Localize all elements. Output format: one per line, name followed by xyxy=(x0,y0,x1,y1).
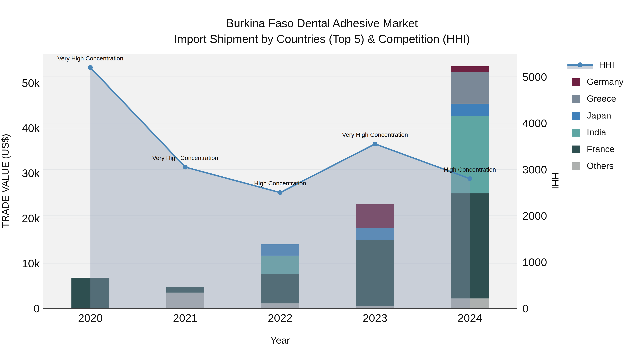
bar-segment-greece-2024[interactable] xyxy=(451,72,489,104)
right-y-axis-title: HHI xyxy=(550,173,561,189)
right-tick-1000: 1000 xyxy=(522,256,547,268)
x-axis-title: Year xyxy=(270,335,290,346)
legend-label-france: France xyxy=(587,144,615,154)
annotation-2020: Very High Concentration xyxy=(58,55,124,62)
left-tick-30k: 30k xyxy=(22,167,40,179)
hhi-marker-2023[interactable] xyxy=(373,142,377,146)
bar-segment-germany-2024[interactable] xyxy=(451,66,489,72)
hhi-marker-2024[interactable] xyxy=(468,176,472,181)
left-tick-20k: 20k xyxy=(22,212,40,225)
chart-canvas: 010k20k30k40k50k010002000300040005000202… xyxy=(0,0,644,362)
right-tick-3000: 3000 xyxy=(522,163,547,176)
legend: HHIGermanyGreeceJapanIndiaFranceOthers xyxy=(568,60,624,171)
annotation-2021: Very High Concentration xyxy=(152,154,218,161)
hhi-marker-2020[interactable] xyxy=(88,65,93,70)
legend-label-greece: Greece xyxy=(587,94,616,104)
legend-label-others: Others xyxy=(587,161,614,171)
left-tick-40k: 40k xyxy=(22,122,40,134)
right-tick-0: 0 xyxy=(522,302,528,315)
legend-hhi-marker-sample xyxy=(578,62,583,67)
annotation-2023: Very High Concentration xyxy=(342,131,408,138)
left-tick-0: 0 xyxy=(34,302,40,315)
legend-item-germany[interactable]: Germany xyxy=(572,77,624,87)
legend-item-japan[interactable]: Japan xyxy=(572,110,611,120)
legend-item-hhi[interactable]: HHI xyxy=(568,60,614,70)
bar-segment-japan-2024[interactable] xyxy=(451,104,489,116)
annotation-2024: High Concentration xyxy=(444,166,496,173)
legend-item-india[interactable]: India xyxy=(572,127,606,137)
hhi-marker-2021[interactable] xyxy=(183,165,188,169)
x-tick-2022: 2022 xyxy=(268,312,292,324)
legend-item-others[interactable]: Others xyxy=(572,161,614,171)
right-tick-2000: 2000 xyxy=(522,210,547,222)
legend-label-germany: Germany xyxy=(587,77,624,87)
x-tick-2021: 2021 xyxy=(173,312,198,324)
legend-swatch-others xyxy=(572,162,580,170)
legend-swatch-germany xyxy=(572,78,580,86)
legend-label-india: India xyxy=(587,127,606,137)
annotation-2022: High Concentration xyxy=(254,180,306,187)
legend-label-hhi: HHI xyxy=(599,60,614,70)
right-tick-4000: 4000 xyxy=(522,117,547,129)
legend-swatch-greece xyxy=(572,95,580,103)
left-y-axis-title: TRADE VALUE (US$) xyxy=(0,134,10,228)
right-tick-5000: 5000 xyxy=(522,71,547,83)
legend-swatch-japan xyxy=(572,112,580,120)
legend-item-greece[interactable]: Greece xyxy=(572,94,616,104)
x-tick-2020: 2020 xyxy=(78,312,103,324)
left-tick-10k: 10k xyxy=(22,257,40,270)
x-tick-2023: 2023 xyxy=(362,312,387,324)
left-tick-50k: 50k xyxy=(22,77,40,89)
hhi-marker-2022[interactable] xyxy=(278,190,282,195)
legend-label-japan: Japan xyxy=(587,110,611,120)
legend-swatch-france xyxy=(572,145,580,153)
combo-chart: 010k20k30k40k50k010002000300040005000202… xyxy=(0,0,644,362)
chart-title: Burkina Faso Dental Adhesive Market xyxy=(226,17,418,30)
legend-item-france[interactable]: France xyxy=(572,144,615,154)
legend-swatch-india xyxy=(572,129,580,137)
chart-subtitle: Import Shipment by Countries (Top 5) & C… xyxy=(174,32,470,45)
x-tick-2024: 2024 xyxy=(458,312,482,324)
